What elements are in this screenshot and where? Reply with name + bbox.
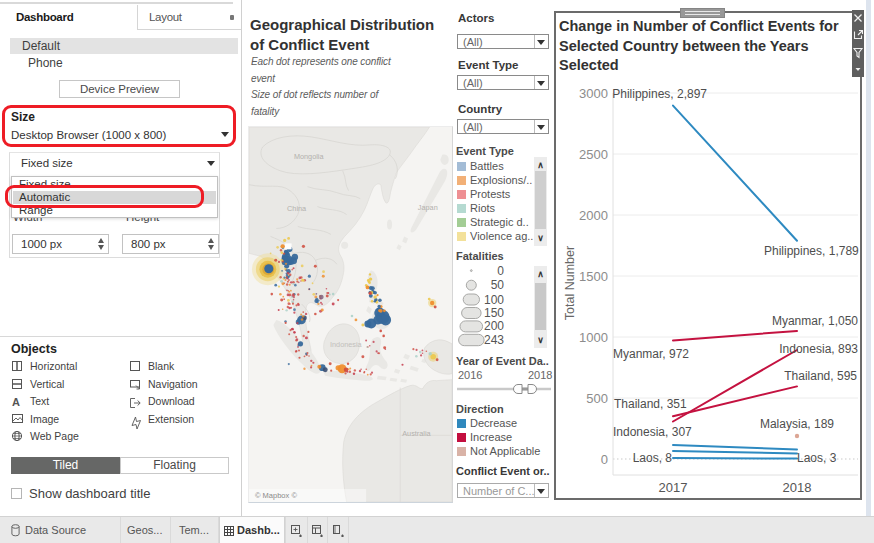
svg-text:China: China [287,203,307,212]
svg-text:Indonesia, 893: Indonesia, 893 [779,342,858,356]
svg-text:500: 500 [586,391,608,406]
svg-text:Indonesia, 307: Indonesia, 307 [613,425,692,439]
svg-text:150: 150 [484,306,504,320]
svg-text:Australia: Australia [402,429,431,438]
svg-text:2000: 2000 [579,208,608,223]
svg-text:Laos, 3: Laos, 3 [797,451,837,465]
svg-text:2018: 2018 [783,480,812,495]
svg-text:Thailand, 595: Thailand, 595 [784,369,857,383]
svg-text:1000: 1000 [579,330,608,345]
svg-text:Indonesia: Indonesia [330,340,363,349]
svg-text:Total Number: Total Number [563,246,577,320]
svg-text:Japan: Japan [418,202,438,211]
svg-text:Malaysia, 189: Malaysia, 189 [760,417,834,431]
svg-text:2500: 2500 [579,147,608,162]
svg-text:2017: 2017 [659,480,688,495]
svg-text:3000: 3000 [579,86,608,101]
svg-text:Myanmar, 972: Myanmar, 972 [613,347,689,361]
svg-text:200: 200 [484,319,504,333]
svg-text:Mongolia: Mongolia [294,152,325,161]
svg-text:50: 50 [491,278,505,292]
svg-text:Philippines, 2,897: Philippines, 2,897 [612,87,707,101]
svg-text:A: A [12,396,20,408]
svg-text:0: 0 [497,264,504,278]
svg-text:Myanmar, 1,050: Myanmar, 1,050 [772,314,858,328]
svg-text:100: 100 [484,293,504,307]
svg-text:Philippines, 1,789: Philippines, 1,789 [764,244,859,258]
svg-text:243: 243 [484,333,504,347]
svg-text:0: 0 [601,452,608,467]
svg-text:1500: 1500 [579,269,608,284]
svg-text:Thailand, 351: Thailand, 351 [614,397,687,411]
svg-text:Laos, 8: Laos, 8 [633,451,673,465]
